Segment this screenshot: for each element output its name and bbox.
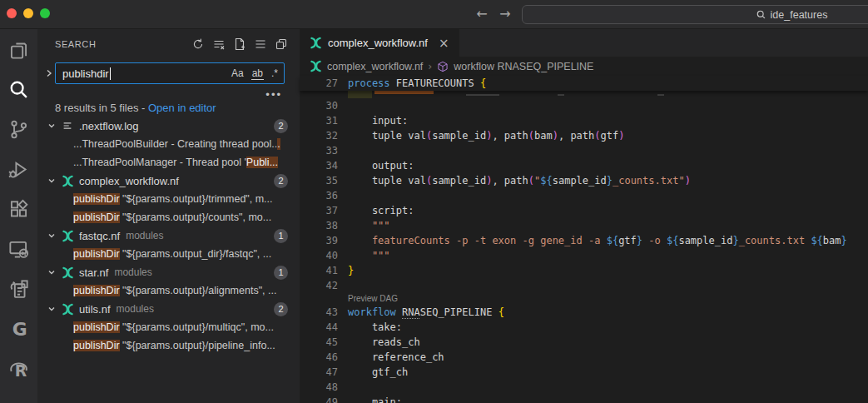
navigate-back-button[interactable]: ← [473,5,491,23]
partial-bottom-icon[interactable] [0,389,37,403]
collapse-all-icon[interactable] [254,37,267,51]
zoom-window-button[interactable] [40,8,50,18]
match-case-toggle[interactable]: Aa [231,67,245,79]
match-text-after: "${params.output_dir}/fastqc", ... [120,248,272,260]
breadcrumb-symbol[interactable]: workflow RNASEQ_PIPELINE [454,61,593,72]
file-row[interactable]: complex_workflow.nf 2 [37,172,300,190]
open-search-editor-icon[interactable] [275,37,288,51]
explorer-icon[interactable] [0,29,37,69]
line-number: 45 [300,335,338,350]
activity-bar: G R [0,29,37,403]
code-line[interactable]: 41} [300,263,868,278]
code-line[interactable]: 30 [300,98,868,113]
codelens-link[interactable]: Preview DAG [300,293,868,305]
clear-search-results-icon[interactable] [212,37,226,51]
minimize-window-button[interactable] [23,8,33,18]
remote-explorer-icon[interactable] [0,229,37,269]
close-window-button[interactable] [7,8,17,18]
line-number: 46 [300,350,338,365]
gitlens-icon[interactable]: G [0,309,37,349]
search-icon[interactable] [0,69,37,109]
line-number: 44 [300,320,338,335]
breadcrumb-file[interactable]: complex_workflow.nf [327,61,423,72]
tasks-icon[interactable] [0,269,37,309]
line-number: 27 [300,76,338,91]
search-match-row[interactable]: publishDir "${params.output}/alignments"… [37,281,300,300]
new-search-editor-icon[interactable] [233,37,246,51]
search-match-row[interactable]: publishDir "${params.output}/pipeline_in… [37,336,300,355]
line-number: 48 [300,380,338,395]
svg-text:R: R [15,362,27,380]
code-line[interactable]: 43workflow RNASEQ_PIPELINE { [300,305,868,320]
search-match-row[interactable]: ...ThreadPoolBuilder - Creating thread p… [37,135,300,153]
code-lines: 3031 input:32 tuple val(sample_id), path… [300,98,868,403]
code-line[interactable]: 48 [300,380,868,395]
whole-word-toggle[interactable]: ab [251,67,264,80]
refresh-icon[interactable] [191,37,205,51]
search-match-row[interactable]: ...ThreadPoolManager - Thread pool 'Publ… [37,153,300,172]
sticky-scroll-line[interactable]: 27 process FEATURECOUNTS { [300,76,868,91]
chevron-down-icon[interactable] [47,268,56,276]
code-line[interactable]: 39 featureCounts -p -t exon -g gene_id -… [300,233,868,248]
panel-title: SEARCH [55,39,96,49]
toggle-replace-button[interactable] [45,67,53,80]
nextflow-file-icon [62,230,74,242]
close-tab-icon[interactable]: × [439,36,449,51]
code-line[interactable]: 49 main: [300,395,868,403]
tab-bar: complex_workflow.nf × [300,29,868,57]
match-highlight: publishDir [73,321,120,333]
search-match-row[interactable]: publishDir "${params.output}/counts", mo… [37,208,300,226]
line-number: 37 [300,203,338,218]
search-match-row[interactable]: publishDir "${params.output_dir}/fastqc"… [37,245,300,263]
line-number: 49 [300,395,338,403]
match-text-after: "${params.output}/pipeline_info... [120,340,275,351]
line-number: 47 [300,365,338,380]
run-debug-icon[interactable] [0,149,37,189]
file-name: complex_workflow.nf [79,175,179,187]
match-count-badge: 2 [274,302,288,316]
text-caret [110,67,111,80]
chevron-down-icon[interactable] [47,231,56,240]
chevron-down-icon[interactable] [47,305,56,313]
line-number: 39 [300,233,338,248]
search-match-row[interactable]: publishDir "${params.output}/trimmed", m… [37,190,300,208]
code-line[interactable]: 40 """ [300,248,868,263]
r-language-icon[interactable]: R [0,349,37,389]
line-number: 31 [300,113,338,128]
code-line[interactable]: 35 tuple val(sample_id), path("${sample_… [300,173,868,188]
code-line[interactable]: 37 script: [300,203,868,218]
code-line[interactable]: 44 take: [300,320,868,335]
extensions-icon[interactable] [0,189,37,229]
match-highlight: . [277,138,280,150]
toggle-search-details-icon[interactable]: ••• [265,88,282,101]
file-row[interactable]: utils.nf modules 2 [37,300,300,318]
code-line[interactable]: 46 reference_ch [300,350,868,365]
source-control-icon[interactable] [0,109,37,149]
file-row[interactable]: fastqc.nf modules 1 [37,226,300,245]
line-number: 41 [300,263,338,278]
search-input[interactable]: publishdir Aa ab .* [55,62,285,84]
file-row[interactable]: .nextflow.log 2 [37,117,300,135]
code-line[interactable]: 42 [300,278,868,293]
file-name: star.nf [79,266,108,279]
file-row[interactable]: star.nf modules 1 [37,263,300,281]
code-line[interactable]: 38 """ [300,218,868,233]
open-in-editor-link[interactable]: Open in editor [148,102,216,114]
chevron-down-icon[interactable] [47,122,56,130]
command-center[interactable]: ide_features [522,5,868,24]
navigate-forward-button[interactable]: → [496,5,514,23]
match-highlight: publishDir [73,211,120,223]
code-line[interactable]: 47 gtf_ch [300,365,868,380]
code-line[interactable]: 45 reads_ch [300,335,868,350]
code-line[interactable]: 32 tuple val(sample_id), path(bam), path… [300,128,868,143]
code-line[interactable]: 31 input: [300,113,868,128]
code-line[interactable]: 34 output: [300,158,868,173]
code-line[interactable]: 33 [300,143,868,158]
search-match-row[interactable]: publishDir "${params.output}/multiqc", m… [37,318,300,336]
chevron-down-icon[interactable] [47,177,56,185]
match-count-badge: 1 [274,229,288,243]
regex-toggle[interactable]: .* [270,67,279,79]
code-line[interactable]: 36 [300,188,868,203]
svg-text:G: G [12,319,27,340]
tab-complex-workflow[interactable]: complex_workflow.nf × [300,29,459,57]
